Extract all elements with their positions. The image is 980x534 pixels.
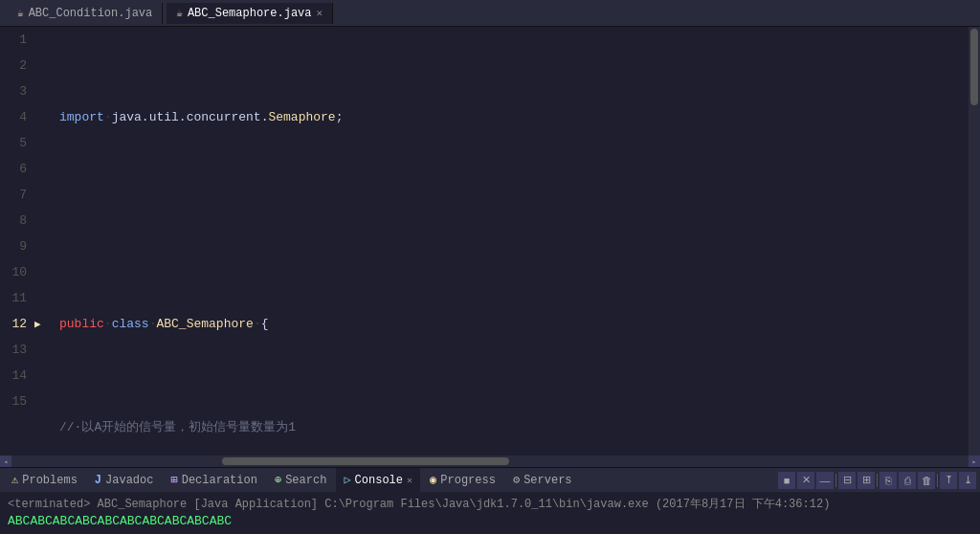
console-icon: ▷ xyxy=(344,473,350,487)
hscroll-track[interactable] xyxy=(11,457,969,465)
code-line-2 xyxy=(59,208,969,234)
console-terminated-text: <terminated> ABC_Semaphore [Java Applica… xyxy=(8,496,972,512)
tab-semaphore-label: ABC_Semaphore.java xyxy=(188,7,312,20)
panel-toolbar-right: ■ ✕ — ⊟ ⊞ ⎘ ⎙ 🗑 ⤒ ⤓ xyxy=(778,472,976,489)
horizontal-scrollbar[interactable]: ◂ ▸ xyxy=(0,456,980,467)
max-btn[interactable]: ⊞ xyxy=(858,472,875,489)
toolbar-sep-1 xyxy=(835,474,836,487)
editor: 1 2 3 4 5 6 7 8 9 10 11 12 13 14 15 ▶ xyxy=(0,27,980,456)
line-numbers: 1 2 3 4 5 6 7 8 9 10 11 12 13 14 15 xyxy=(0,27,34,456)
scroll-top-btn[interactable]: ⤒ xyxy=(940,472,957,489)
hscroll-left-btn[interactable]: ◂ xyxy=(0,456,11,467)
tab-search[interactable]: ⊕ Search xyxy=(267,468,334,493)
scroll-bottom-btn[interactable]: ⤓ xyxy=(959,472,976,489)
console-main-output: ABCABCABCABCABCABCABCABCABCABC xyxy=(8,514,972,528)
javadoc-label: Javadoc xyxy=(105,474,153,487)
vertical-scrollbar[interactable] xyxy=(969,27,980,456)
scrollbar-thumb[interactable] xyxy=(970,29,978,105)
servers-icon: ⚙ xyxy=(513,473,520,487)
indicator-column: ▶ xyxy=(34,27,52,456)
tab-problems[interactable]: ⚠ Problems xyxy=(4,468,85,493)
console-tab-close[interactable]: ✕ xyxy=(407,475,412,486)
tab-condition-label: ABC_Condition.java xyxy=(29,7,153,20)
hscroll-thumb[interactable] xyxy=(222,457,509,465)
progress-label: Progress xyxy=(440,474,496,487)
tab-semaphore-icon: ☕ xyxy=(176,7,183,19)
tab-console[interactable]: ▷ Console ✕ xyxy=(336,468,420,493)
paste-btn[interactable]: ⎙ xyxy=(899,472,916,489)
clear-btn[interactable]: 🗑 xyxy=(918,472,935,489)
tab-javadoc[interactable]: J Javadoc xyxy=(87,468,162,493)
tab-condition-icon: ☕ xyxy=(17,7,24,19)
declaration-icon: ⊞ xyxy=(170,473,177,487)
tab-semaphore-close[interactable]: ✕ xyxy=(317,7,323,19)
code-line-3: public·class·ABC_Semaphore·{ xyxy=(59,311,969,337)
javadoc-icon: J xyxy=(95,474,101,487)
code-line-4: //·以A开始的信号量，初始信号量数量为1 xyxy=(59,414,969,440)
tab-progress[interactable]: ◉ Progress xyxy=(422,468,503,493)
problems-icon: ⚠ xyxy=(11,473,18,487)
problems-label: Problems xyxy=(22,474,78,487)
code-line-1: import·java.util.concurrent.Semaphore; xyxy=(59,104,969,130)
servers-label: Servers xyxy=(523,474,571,487)
pin-btn[interactable]: ⊟ xyxy=(838,472,856,489)
declaration-label: Declaration xyxy=(182,474,257,487)
console-label: Console xyxy=(355,474,403,487)
close-btn[interactable]: ✕ xyxy=(797,472,814,489)
tab-condition[interactable]: ☕ ABC_Condition.java xyxy=(8,3,163,24)
title-bar: ☕ ABC_Condition.java ☕ ABC_Semaphore.jav… xyxy=(0,0,980,27)
stop-btn[interactable]: ■ xyxy=(778,472,795,489)
panel-tabs: ⚠ Problems J Javadoc ⊞ Declaration ⊕ Sea… xyxy=(0,467,980,492)
console-output: <terminated> ABC_Semaphore [Java Applica… xyxy=(0,492,980,534)
minimize-btn[interactable]: — xyxy=(816,472,834,489)
code-content[interactable]: import·java.util.concurrent.Semaphore; p… xyxy=(52,27,969,456)
copy-btn[interactable]: ⎘ xyxy=(880,472,897,489)
tab-declaration[interactable]: ⊞ Declaration xyxy=(163,468,264,493)
bottom-panel: ⚠ Problems J Javadoc ⊞ Declaration ⊕ Sea… xyxy=(0,467,980,534)
tab-semaphore[interactable]: ☕ ABC_Semaphore.java ✕ xyxy=(167,3,333,24)
progress-icon: ◉ xyxy=(430,473,436,487)
search-label: Search xyxy=(285,474,326,487)
search-icon: ⊕ xyxy=(275,473,281,487)
tab-servers[interactable]: ⚙ Servers xyxy=(505,468,580,493)
toolbar-sep-2 xyxy=(877,474,878,487)
hscroll-right-btn[interactable]: ▸ xyxy=(969,456,980,467)
toolbar-sep-3 xyxy=(937,474,938,487)
